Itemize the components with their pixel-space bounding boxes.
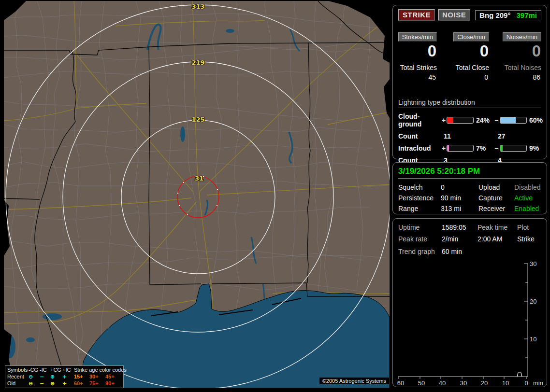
uptime-label: Uptime — [398, 224, 442, 231]
squelch-label: Squelch — [398, 183, 441, 191]
close-per-min-badge[interactable]: Close/min — [453, 32, 489, 42]
ic-plus-pct: 7% — [474, 144, 493, 152]
map-legend: Symbols -CG -IC +CG +IC Strike age color… — [5, 365, 124, 388]
upload-status: Disabled — [514, 183, 541, 191]
uptime-value: 1589:05 — [442, 224, 478, 231]
y-tick-30: 30 — [530, 260, 536, 267]
x-tick-40: 40 — [439, 379, 446, 387]
neg-cg-old-icon: ⊖ — [29, 380, 40, 387]
status-grid: Squelch 0 Upload Disabled Persistence 90… — [398, 183, 541, 212]
x-tick-10: 10 — [502, 379, 509, 387]
upload-label: Upload — [478, 183, 514, 191]
distribution-header: Lightning type distribution — [398, 98, 541, 108]
legend-age-header: Strike age color codes — [74, 367, 121, 373]
status-panel: 3/19/2026 5:20:18 PM Squelch 0 Upload Di… — [392, 162, 547, 214]
trend-stats-grid: Uptime 1589:05 Peak time Plot Peak rate … — [398, 224, 541, 243]
peak-time-value: 2:00 AM — [478, 235, 517, 243]
strike-counter-panel: STRIKE NOISE Bng 209° 397mi Strikes/min … — [392, 5, 547, 159]
strike-button[interactable]: STRIKE — [398, 9, 435, 21]
datetime-display: 3/19/2026 5:20:18 PM — [398, 167, 541, 179]
capture-status: Active — [514, 194, 541, 202]
x-tick-20: 20 — [481, 379, 488, 387]
neg-ic-recent-icon: − — [40, 374, 50, 380]
x-tick-60: 60 — [397, 379, 404, 387]
bearing-value: Bng 209° — [479, 11, 510, 19]
strike-rate-bump — [517, 373, 522, 377]
legend-col-neg-cg: -CG — [29, 367, 40, 373]
total-strikes-value: 45 — [428, 73, 437, 81]
bearing-readout: Bng 209° 397mi — [475, 10, 541, 20]
persistence-label: Persistence — [398, 194, 441, 202]
x-tick-0: 0 — [524, 379, 528, 387]
ring-label-31: 31 — [195, 175, 203, 182]
lightning-type-distribution: Cloud-ground + 24% − 60% Count 11 27 Int… — [398, 112, 541, 164]
close-counter: Close/min 0 Total Close 0 — [437, 32, 489, 81]
legend-col-pos-cg: +CG — [50, 367, 62, 373]
cloud-ground-label: Cloud-ground — [398, 112, 441, 128]
total-noises-label: Total Noises — [505, 64, 541, 71]
plot-value: Strike — [517, 235, 541, 243]
trend-window-value: 60 min — [442, 248, 541, 255]
trend-graph: 30 20 10 60 50 40 30 20 10 0 min — [394, 258, 547, 387]
noises-counter: Noises/min 0 Total Noises 86 — [489, 32, 541, 81]
cg-plus-pct: 24% — [474, 116, 493, 124]
squelch-value: 0 — [441, 183, 478, 191]
plus-sign: + — [441, 116, 447, 124]
lightning-map[interactable]: 313 219 125 31 Symbols -CG -IC +CG +IC S… — [4, 1, 390, 388]
range-value: 313 mi — [441, 205, 478, 212]
display-mode-row: STRIKE NOISE Bng 209° 397mi — [398, 9, 541, 21]
peak-rate-value: 2/min — [442, 235, 478, 243]
age-code-15: 15+ — [74, 374, 89, 380]
strikes-rate-value: 0 — [428, 43, 437, 59]
cg-minus-pct: 60% — [527, 116, 543, 124]
rate-counters: Strikes/min 0 Total Strikes 45 Close/min… — [398, 32, 541, 81]
peak-time-label: Peak time — [478, 224, 517, 231]
close-rate-value: 0 — [480, 43, 489, 59]
strikes-per-min-badge[interactable]: Strikes/min — [398, 32, 437, 42]
receiver-label: Receiver — [478, 205, 514, 212]
nexstorm-window: 313 219 125 31 Symbols -CG -IC +CG +IC S… — [0, 0, 550, 392]
y-tick-20: 20 — [530, 298, 536, 305]
pos-ic-recent-icon: + — [62, 374, 74, 380]
legend-old-label: Old — [7, 380, 29, 387]
minus-sign: − — [493, 116, 500, 124]
ic-minus-bar — [500, 145, 527, 152]
trend-panel: Uptime 1589:05 Peak time Plot Peak rate … — [392, 218, 547, 387]
noises-per-min-badge[interactable]: Noises/min — [503, 32, 541, 42]
x-axis-unit: min — [533, 379, 543, 387]
count-label: Count — [398, 132, 441, 140]
age-code-45: 45+ — [105, 374, 121, 380]
noises-rate-value: 0 — [532, 43, 541, 59]
pos-ic-old-icon: + — [62, 380, 74, 387]
ic-plus-bar — [447, 145, 474, 152]
bearing-distance: 397mi — [516, 11, 537, 19]
plot-label: Plot — [517, 224, 541, 231]
trend-graph-label: Trend graph — [398, 248, 442, 255]
cg-plus-count: 11 — [441, 132, 493, 140]
ring-label-219: 219 — [191, 59, 204, 66]
cg-minus-count: 27 — [493, 132, 543, 140]
cg-plus-bar — [447, 117, 474, 124]
legend-recent-label: Recent — [7, 374, 29, 380]
capture-label: Capture — [478, 194, 514, 202]
pos-cg-old-icon: ⊕ — [50, 380, 62, 387]
pos-cg-recent-icon: ⊕ — [50, 374, 62, 380]
peak-rate-label: Peak rate — [398, 235, 442, 243]
age-code-90: 90+ — [105, 380, 121, 387]
map-canvas[interactable]: 313 219 125 31 — [4, 1, 390, 388]
x-tick-50: 50 — [418, 379, 425, 387]
total-close-value: 0 — [484, 73, 489, 81]
trend-window-row: Trend graph 60 min — [398, 248, 541, 255]
strikes-counter: Strikes/min 0 Total Strikes 45 — [398, 32, 437, 81]
plus-sign: + — [441, 144, 447, 152]
ic-minus-pct: 9% — [527, 144, 543, 152]
total-strikes-label: Total Strikes — [400, 64, 437, 71]
map-copyright: ©2005 Astrogenic Systems — [319, 378, 389, 384]
age-code-30: 30+ — [89, 374, 105, 380]
y-tick-10: 10 — [530, 336, 536, 343]
total-close-label: Total Close — [456, 64, 489, 71]
minus-sign: − — [493, 144, 500, 152]
noise-button[interactable]: NOISE — [438, 9, 470, 21]
legend-col-pos-ic: +IC — [62, 367, 74, 373]
persistence-value: 90 min — [441, 194, 478, 202]
